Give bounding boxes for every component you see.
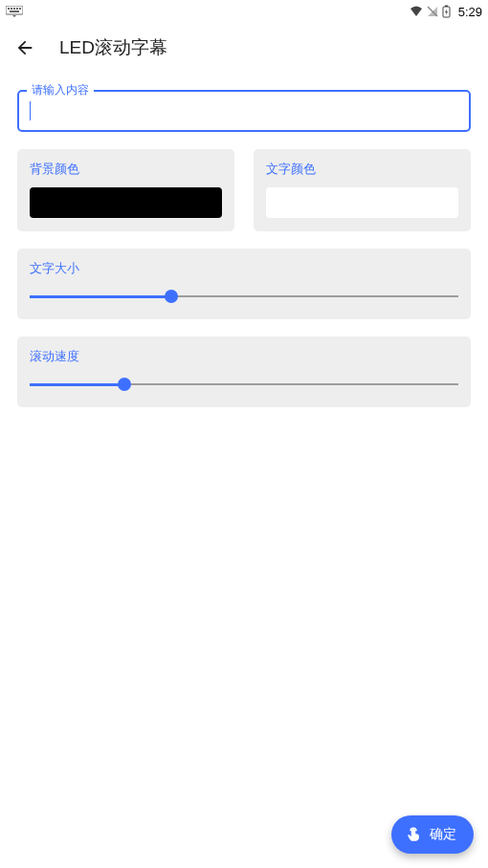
svg-rect-4 <box>16 8 18 10</box>
svg-rect-5 <box>19 8 21 10</box>
svg-rect-10 <box>445 6 448 8</box>
bg-color-swatch[interactable] <box>30 187 222 218</box>
keyboard-icon <box>6 6 23 17</box>
text-size-label: 文字大小 <box>30 260 458 277</box>
back-button[interactable] <box>13 36 36 59</box>
wifi-icon <box>410 6 423 17</box>
status-time: 5:29 <box>458 5 482 19</box>
fg-color-swatch[interactable] <box>266 187 458 218</box>
bg-color-label: 背景颜色 <box>30 161 222 178</box>
scroll-speed-card: 滚动速度 <box>17 336 471 407</box>
scroll-speed-slider[interactable] <box>30 375 458 394</box>
svg-marker-11 <box>445 9 448 15</box>
confirm-button-label: 确定 <box>430 826 456 843</box>
touch-icon <box>405 826 422 843</box>
fg-color-card: 文字颜色 <box>254 149 471 231</box>
arrow-left-icon <box>14 37 35 58</box>
status-bar: 5:29 <box>0 0 488 23</box>
text-size-slider[interactable] <box>30 287 458 306</box>
content-field: 请输入内容 <box>17 90 471 132</box>
svg-rect-0 <box>6 6 23 14</box>
text-cursor <box>30 101 31 120</box>
action-bar: LED滚动字幕 <box>0 23 488 73</box>
bg-color-card: 背景颜色 <box>17 149 234 231</box>
svg-marker-7 <box>12 15 16 17</box>
content-field-label: 请输入内容 <box>27 82 94 98</box>
svg-rect-2 <box>11 8 12 10</box>
text-size-card: 文字大小 <box>17 249 471 319</box>
confirm-button[interactable]: 确定 <box>391 815 474 854</box>
fg-color-label: 文字颜色 <box>266 161 458 178</box>
signal-off-icon <box>427 6 438 17</box>
page-title: LED滚动字幕 <box>59 35 167 60</box>
battery-icon <box>442 5 451 18</box>
scroll-speed-label: 滚动速度 <box>30 348 458 365</box>
svg-rect-3 <box>13 8 15 10</box>
svg-rect-1 <box>8 8 10 10</box>
svg-rect-6 <box>10 11 19 12</box>
